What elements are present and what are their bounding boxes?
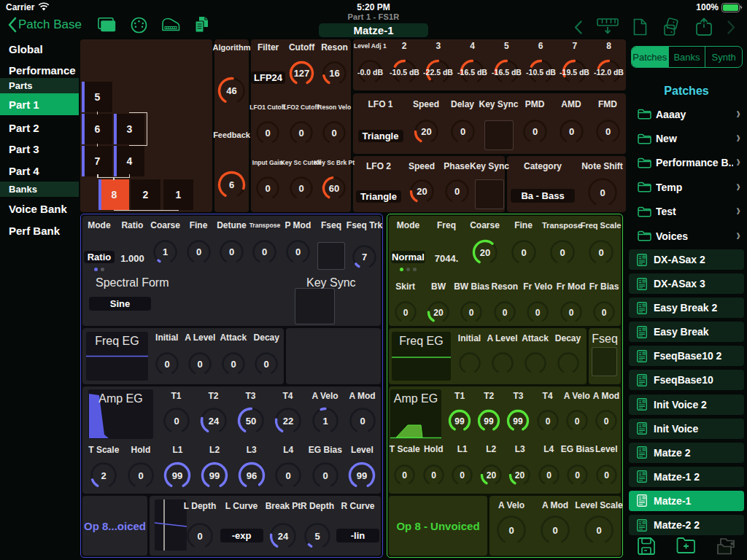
lfo1-wave-box[interactable]: Triangle (358, 130, 403, 142)
7-knob[interactable]: -19.5 dB (561, 58, 588, 85)
folder-copy-icon[interactable] (707, 537, 747, 556)
l2-knob[interactable]: 20 (479, 463, 503, 487)
patch-title-box[interactable]: Matze-1 (319, 23, 428, 37)
a-level-knob[interactable]: 0 (187, 351, 213, 377)
eg-bias-knob-cell[interactable]: EG Bias0 (563, 444, 592, 487)
sidebar-item-voice-bank[interactable]: Voice Bank (0, 198, 79, 219)
folder-add-icon[interactable] (666, 537, 706, 556)
delay-knob[interactable]: 0 (449, 118, 476, 145)
decay-knob[interactable]: 0 (253, 351, 279, 377)
reson-knob-cell[interactable]: Reson0 (488, 281, 521, 324)
unvoiced-freq-eg-graph[interactable]: Freq EG (392, 332, 451, 381)
coarse-knob-cell[interactable]: Coarse20 (465, 220, 504, 271)
a-mod-knob[interactable]: 0 (539, 514, 571, 546)
lfo2-wave-box[interactable]: Triangle (356, 190, 401, 203)
voiced-mode-box[interactable]: Ratio (84, 251, 115, 263)
reson-knob[interactable]: 16 (321, 60, 348, 87)
attack-knob[interactable]: 0 (220, 351, 247, 377)
key-sc-brk-pt-knob[interactable]: 60 (321, 175, 347, 201)
phase-knob-cell[interactable]: Phase0 (439, 161, 474, 212)
coarse-knob[interactable]: 1 (152, 238, 179, 265)
patch-row-init-voice[interactable]: Init Voice (629, 419, 744, 439)
2-knob[interactable]: -10.5 dB (391, 58, 418, 85)
folder-row-temp[interactable]: Temp › (626, 175, 747, 199)
lfo2-cutoff-knob-cell[interactable]: LFO2 Cutoff0 (285, 102, 318, 146)
amd-knob[interactable]: 0 (558, 118, 585, 145)
folder-row-aaaay[interactable]: Aaaay › (626, 102, 747, 126)
l1-knob[interactable]: 0 (450, 463, 474, 487)
unvoiced-mode-cell[interactable]: Mode Normal (389, 220, 427, 271)
p-mod-knob-cell[interactable]: P Mod0 (282, 220, 314, 271)
dice-icon[interactable] (662, 18, 681, 36)
algorithm-op-7[interactable]: 7 (82, 146, 112, 176)
l1-knob-cell[interactable]: L199 (159, 445, 196, 490)
fmd-knob-cell[interactable]: FMD0 (589, 99, 626, 154)
patch-row-easy-break-2[interactable]: Easy Break 2 (629, 298, 744, 318)
fine-knob[interactable]: 0 (185, 238, 212, 265)
folder-row-performance-b[interactable]: Performance B... › (626, 151, 747, 175)
feedback-knob[interactable]: 6 (217, 170, 247, 200)
tab-synth[interactable]: Synth (705, 47, 742, 67)
voiced-freq-eg-graph[interactable]: Freq EG (86, 332, 148, 381)
3-knob-cell[interactable]: 3-22.5 dB (422, 41, 456, 90)
sidebar-item-part-1[interactable]: Part 1 (0, 93, 79, 115)
t4-knob[interactable]: 22 (274, 406, 303, 435)
level-scale-knob[interactable]: 0 (583, 514, 615, 546)
l3-knob-cell[interactable]: L396 (233, 445, 270, 490)
level-adj-1-knob[interactable]: -0.0 dB (357, 58, 384, 85)
lfo2-wave-cell[interactable]: LFO 2 Triangle (353, 161, 404, 212)
level-knob-cell[interactable]: Level0 (592, 444, 622, 487)
initial-knob-cell[interactable]: Initial (453, 333, 486, 376)
algorithm-op-2[interactable]: 2 (131, 179, 160, 210)
lfo1-cutoff-knob-cell[interactable]: LFO1 Cutoff0 (251, 102, 285, 146)
algorithm-op-3[interactable]: 3 (115, 114, 144, 144)
t2-knob[interactable]: 99 (476, 408, 501, 433)
fmd-knob[interactable]: 0 (595, 118, 622, 145)
pmd-knob-cell[interactable]: PMD0 (516, 99, 553, 154)
level-knob-cell[interactable]: Level99 (344, 445, 381, 490)
key-sc-cutoff-knob-cell[interactable]: Key Sc Cutoff0 (285, 158, 318, 201)
sidebar-item-parts[interactable]: Parts (0, 78, 79, 93)
r-depth-cell[interactable]: R Depth 5 (303, 501, 332, 551)
l-curve-cell[interactable]: L Curve -exp (220, 501, 263, 551)
t2-knob-cell[interactable]: T224 (195, 391, 232, 435)
l1-knob-cell[interactable]: L10 (448, 444, 477, 487)
tab-banks[interactable]: Banks (669, 47, 706, 67)
speed-knob[interactable]: 20 (413, 118, 440, 145)
eg-bias-knob[interactable]: 0 (565, 463, 589, 487)
fine-knob-cell[interactable]: Fine0 (504, 220, 543, 271)
pmd-knob[interactable]: 0 (522, 118, 549, 145)
reson-velo-knob[interactable]: 0 (321, 120, 347, 146)
algorithm-knob[interactable]: 46 (217, 76, 247, 106)
l3-knob[interactable]: 20 (508, 463, 532, 487)
voiced-level-scaling-graph[interactable] (155, 499, 187, 551)
l4-knob[interactable]: 0 (537, 463, 561, 487)
initial-knob[interactable]: 0 (154, 351, 180, 377)
l1-knob[interactable]: 99 (163, 461, 192, 490)
reson-knob-cell[interactable]: Reson16 (318, 42, 351, 87)
fr-bias-knob[interactable]: 0 (592, 300, 616, 324)
level-knob[interactable]: 0 (595, 463, 619, 487)
transpose-knob-cell[interactable]: Transpose0 (248, 220, 281, 271)
l-depth-cell[interactable]: L Depth 0 (185, 501, 214, 551)
l4-knob-cell[interactable]: L40 (270, 445, 307, 490)
voiced-fseq-trk-cell[interactable]: Fseq Trk 7 (348, 220, 381, 271)
attack-knob[interactable] (523, 351, 548, 376)
a-level-knob-cell[interactable]: A Level0 (184, 332, 217, 377)
phase-knob[interactable]: 0 (444, 178, 471, 205)
t3-knob-cell[interactable]: T399 (503, 391, 533, 433)
2-knob-cell[interactable]: 2-10.5 dB (387, 41, 422, 90)
a-mod-knob[interactable]: 0 (348, 406, 377, 435)
category-cell[interactable]: Category Ba - Bass (507, 161, 578, 212)
a-velo-knob-cell[interactable]: A Velo1 (306, 391, 344, 435)
a-velo-knob-cell[interactable]: A Velo0 (489, 500, 533, 546)
lfo1-key-sync-checkbox[interactable] (484, 120, 514, 150)
document-icon[interactable] (633, 18, 647, 36)
level-knob[interactable]: 99 (347, 461, 376, 490)
a-mod-knob-cell[interactable]: A Mod0 (592, 391, 621, 433)
t3-knob-cell[interactable]: T350 (232, 391, 269, 435)
speed-knob-cell[interactable]: Speed20 (408, 99, 444, 154)
hold-knob-cell[interactable]: Hold0 (419, 444, 449, 487)
unvoiced-mode-box[interactable]: Normal (391, 251, 425, 263)
sidebar-item-banks[interactable]: Banks (0, 182, 79, 197)
